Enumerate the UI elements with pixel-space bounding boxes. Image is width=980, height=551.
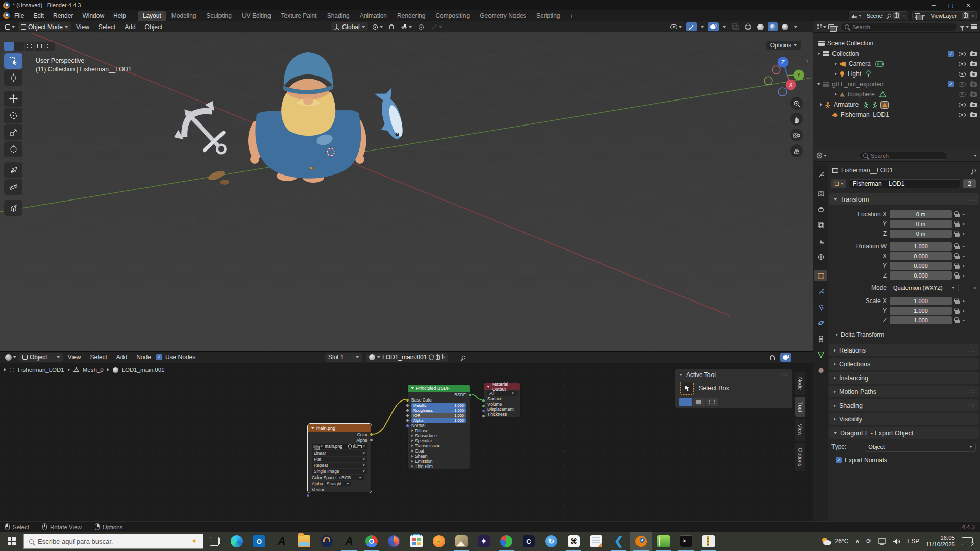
outliner-row-light[interactable]: Light bbox=[813, 69, 980, 79]
use-nodes-checkbox[interactable] bbox=[156, 354, 162, 360]
ior-socket[interactable] bbox=[406, 414, 409, 417]
properties-editor-type-button[interactable] bbox=[816, 152, 827, 159]
editor-type-button[interactable] bbox=[3, 22, 17, 31]
prop-tab-modifiers[interactable] bbox=[814, 286, 827, 297]
falloff-dropdown[interactable] bbox=[428, 22, 444, 31]
taskbar-notes-app[interactable] bbox=[585, 532, 607, 551]
taskbar-task-view[interactable] bbox=[203, 532, 226, 551]
extension-dropdown[interactable]: Repeat bbox=[312, 463, 368, 468]
proportional-edit-toggle[interactable] bbox=[416, 22, 426, 31]
prop-tab-tool[interactable] bbox=[814, 169, 827, 180]
tool-scale[interactable] bbox=[4, 124, 22, 140]
zoom-button[interactable] bbox=[790, 97, 803, 110]
copy-icon[interactable] bbox=[353, 445, 356, 448]
users-count-button[interactable]: 2 bbox=[963, 179, 976, 188]
principled-bsdf-node[interactable]: Principled BSDF BSDF Base Color Metallic… bbox=[407, 384, 470, 469]
normal-socket[interactable] bbox=[406, 424, 409, 428]
active-tool-header[interactable]: Active Tool···· ···· bbox=[675, 369, 792, 381]
color-space-dropdown[interactable]: sRGB bbox=[337, 475, 364, 480]
toggle-perspective-button[interactable] bbox=[790, 144, 803, 157]
object-name-field[interactable]: Fisherman__LOD1 bbox=[849, 179, 960, 188]
sidebar-tab-options[interactable]: Options bbox=[795, 443, 805, 471]
mode-dropdown[interactable]: Object Mode bbox=[18, 22, 71, 31]
roughness-socket[interactable] bbox=[406, 409, 409, 412]
prop-tab-output[interactable] bbox=[814, 204, 827, 215]
metallic-slider[interactable]: Metallic1.000 bbox=[411, 403, 466, 408]
thickness-socket[interactable] bbox=[482, 414, 485, 418]
lock-icon[interactable] bbox=[955, 214, 960, 217]
tray-network-icon[interactable] bbox=[878, 538, 886, 545]
pin-id-icon[interactable] bbox=[972, 168, 977, 173]
hide-icon[interactable] bbox=[959, 62, 966, 66]
taskbar-blender[interactable] bbox=[630, 532, 652, 551]
select-mode-set-button[interactable] bbox=[679, 398, 692, 406]
location-y-field[interactable]: 0 m bbox=[890, 220, 952, 228]
taskbar-fl-studio[interactable]: ⌁ bbox=[428, 532, 450, 551]
tool-annotate[interactable] bbox=[4, 162, 22, 178]
expand-icon[interactable] bbox=[817, 53, 820, 55]
outliner-row-fisherman[interactable]: Fisherman_LOD1 bbox=[813, 110, 980, 120]
outliner-row-camera[interactable]: Camera bbox=[813, 59, 980, 69]
animate-dot[interactable]: • bbox=[974, 285, 976, 291]
outliner-display-mode-dropdown[interactable] bbox=[816, 24, 826, 30]
bsdf-output-socket[interactable] bbox=[468, 393, 472, 397]
surface-socket[interactable] bbox=[482, 399, 485, 403]
taskbar-bluestacks[interactable] bbox=[495, 532, 518, 551]
add-workspace-button[interactable]: + bbox=[566, 11, 577, 21]
breadcrumb-mesh[interactable]: Mesh_0 bbox=[83, 367, 104, 373]
animate-dot[interactable]: • bbox=[963, 211, 965, 217]
fake-user-shield-icon[interactable] bbox=[429, 354, 434, 360]
prop-tab-material[interactable] bbox=[814, 365, 827, 376]
unlink-material-button[interactable]: × bbox=[442, 355, 445, 360]
new-viewlayer-button[interactable] bbox=[962, 12, 969, 19]
tool-transform[interactable] bbox=[4, 141, 22, 157]
taskbar-terminal[interactable]: >_ bbox=[675, 532, 697, 551]
shader-type-dropdown[interactable]: Object bbox=[19, 353, 63, 362]
sidebar-tab-tool[interactable]: Tool bbox=[795, 397, 805, 417]
menu-help[interactable]: Help bbox=[109, 12, 131, 19]
viewport-menu-view[interactable]: View bbox=[72, 23, 93, 31]
panel-collections[interactable]: Collections···· ···· bbox=[829, 358, 979, 370]
alpha-output-socket[interactable] bbox=[370, 438, 373, 442]
menu-window[interactable]: Window bbox=[78, 12, 109, 19]
tab-layout[interactable]: Layout bbox=[138, 11, 166, 21]
viewport-menu-add[interactable]: Add bbox=[120, 23, 139, 31]
render-visibility-icon[interactable] bbox=[970, 103, 977, 107]
menu-file[interactable]: File bbox=[10, 12, 29, 19]
bsdf-subpanel[interactable]: Subsurface bbox=[408, 433, 470, 438]
viewlayer-selector[interactable]: ViewLayer × bbox=[912, 11, 977, 20]
material-output-node[interactable]: Material Output All Surface Volume Displ… bbox=[483, 383, 521, 417]
select-extend-button[interactable] bbox=[14, 42, 24, 51]
output-target-dropdown[interactable]: All bbox=[487, 391, 517, 396]
close-button[interactable]: ✕ bbox=[960, 0, 977, 10]
render-visibility-icon[interactable] bbox=[970, 82, 977, 87]
tool-cursor[interactable] bbox=[4, 70, 22, 86]
fisherman-model[interactable] bbox=[248, 52, 366, 183]
lock-icon[interactable] bbox=[955, 223, 960, 227]
menu-render[interactable]: Render bbox=[48, 12, 78, 19]
collection-checkbox[interactable] bbox=[948, 51, 954, 57]
rotation-z-field[interactable]: 0.000 bbox=[890, 271, 952, 280]
location-x-field[interactable]: 0 m bbox=[890, 210, 952, 218]
tab-sculpting[interactable]: Sculpting bbox=[202, 11, 237, 21]
tab-rendering[interactable]: Rendering bbox=[392, 11, 430, 21]
outliner-row-icosphere[interactable]: Icosphere bbox=[813, 89, 980, 99]
node-menu-view[interactable]: View bbox=[64, 354, 85, 361]
viewport-menu-select[interactable]: Select bbox=[94, 23, 119, 31]
animate-dot[interactable]: • bbox=[963, 263, 965, 269]
pin-icon[interactable] bbox=[887, 13, 892, 18]
select-intersect-button[interactable] bbox=[45, 42, 55, 51]
hide-icon[interactable] bbox=[959, 92, 966, 97]
shader-editor[interactable]: Object View Select Add Node Use Nodes Sl… bbox=[0, 351, 813, 521]
slot-dropdown[interactable]: Slot 1 bbox=[325, 353, 362, 362]
base-color-socket[interactable] bbox=[406, 398, 409, 402]
render-visibility-icon[interactable] bbox=[970, 92, 977, 97]
rotation-mode-dropdown[interactable]: Quaternion (WXYZ) bbox=[890, 284, 959, 292]
select-mode-subtract-button[interactable] bbox=[706, 398, 718, 406]
taskbar-clock[interactable]: 16:05 11/10/2025 bbox=[926, 535, 955, 548]
tab-shading[interactable]: Shading bbox=[322, 11, 355, 21]
rope-model-2[interactable] bbox=[220, 180, 229, 185]
breadcrumb-material[interactable]: LOD1_main.001 bbox=[122, 367, 165, 373]
volume-socket[interactable] bbox=[482, 404, 485, 408]
taskbar-sync-app[interactable]: ↻ bbox=[540, 532, 562, 551]
